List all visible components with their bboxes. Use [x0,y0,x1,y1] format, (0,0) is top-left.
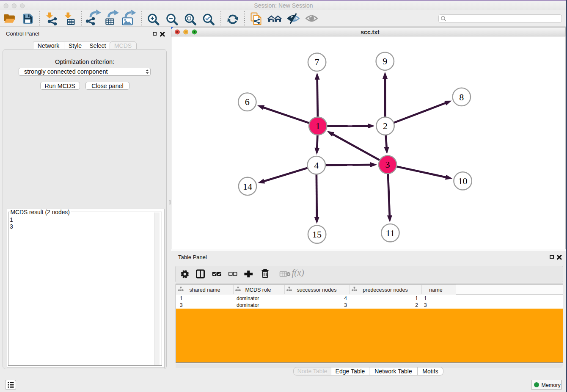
svg-text:14: 14 [243,181,252,191]
svg-text:9: 9 [383,56,387,66]
svg-text:4: 4 [314,160,319,170]
svg-text:15: 15 [312,229,322,240]
svg-text:11: 11 [385,227,394,238]
svg-text:8: 8 [459,91,464,102]
svg-text:6: 6 [245,97,249,107]
svg-text:10: 10 [458,176,467,186]
svg-text:2: 2 [383,121,388,131]
svg-text:3: 3 [385,159,390,170]
svg-text:7: 7 [314,57,319,67]
svg-text:1: 1 [315,121,320,131]
